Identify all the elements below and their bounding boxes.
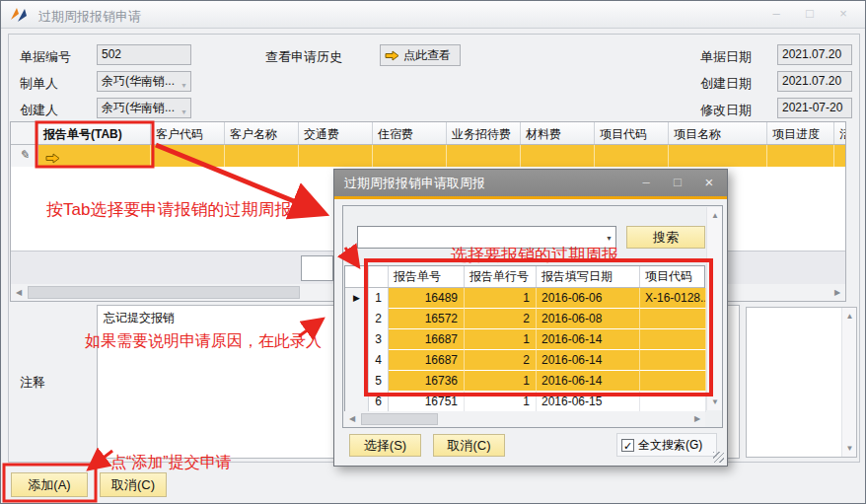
grid-column-header[interactable]: 客户名称: [225, 122, 299, 144]
scroll-right-icon[interactable]: ▶: [689, 411, 705, 427]
annotation-text-tab-hint: 按Tab选择要申请报销的过期周报: [46, 198, 291, 221]
grid-column-header[interactable]: 住宿费: [373, 122, 447, 144]
select-button[interactable]: 选择(S): [349, 434, 421, 457]
fulltext-checkbox[interactable]: ✓: [621, 439, 634, 452]
grid-column-header[interactable]: 业务招待费: [447, 122, 521, 144]
minimize-icon[interactable]: –: [764, 5, 788, 23]
fulltext-label: 全文搜索(G): [638, 437, 702, 454]
tab-arrow-icon: [45, 153, 60, 164]
grid-column-header[interactable]: 交通费: [299, 122, 373, 144]
maker-label: 制单人: [20, 75, 58, 93]
summary-input[interactable]: [301, 255, 333, 281]
grid-edit-row[interactable]: ✎: [11, 145, 845, 167]
main-window: 过期周报报销申请 – □ × 单据编号 502 制单人 余巧(华南销... ▼ …: [0, 0, 866, 504]
picker-grid-header: 报告单号 报告单行号 报告填写日期 项目代码: [345, 266, 704, 288]
grid-column-header[interactable]: 项目进度: [767, 122, 834, 144]
chevron-down-icon: ▼: [606, 235, 613, 242]
doc-number-field[interactable]: 502: [97, 44, 191, 65]
grid-row[interactable]: 6 16751 1 2016-06-15: [345, 392, 704, 412]
close-icon[interactable]: ×: [831, 5, 855, 23]
fulltext-search-option: ✓ 全文搜索(G): [616, 433, 717, 457]
search-button[interactable]: 搜索: [626, 226, 705, 249]
row-indicator-header: [11, 122, 38, 144]
view-history-button[interactable]: 点此查看: [380, 44, 461, 66]
annotation-text-select-hint: 选择要报销的过期周报: [451, 244, 618, 266]
modify-date-label: 修改日期: [700, 102, 752, 119]
scrollbar-thumb[interactable]: [28, 286, 300, 299]
scroll-up-icon[interactable]: ▲: [842, 308, 857, 324]
row-pointer-icon: ▶: [345, 288, 369, 309]
history-label: 查看申请历史: [265, 48, 342, 66]
dialog-cancel-button[interactable]: 取消(C): [433, 434, 505, 457]
scroll-down-icon[interactable]: ▼: [707, 394, 723, 410]
creator-dropdown[interactable]: 余巧(华南销... ▼: [97, 98, 191, 118]
add-button[interactable]: 添加(A): [11, 472, 88, 497]
pencil-icon: ✎: [19, 148, 29, 162]
grid-column-header[interactable]: 材料费: [521, 122, 595, 144]
scroll-right-icon[interactable]: ▶: [830, 284, 845, 301]
picker-column-header[interactable]: 报告单号: [389, 266, 465, 287]
grid-column-header[interactable]: 客户代码: [151, 122, 225, 144]
grid-row[interactable]: 2 16572 2 2016-06-08: [345, 309, 704, 329]
v-scrollbar[interactable]: ▲ ▼: [841, 308, 856, 457]
grid-row[interactable]: 5 16736 1 2016-06-14: [345, 371, 704, 392]
picker-column-header[interactable]: 项目代码: [640, 266, 706, 287]
checkmark-icon: ✓: [623, 440, 632, 452]
orange-arrow-icon: [385, 50, 399, 61]
doc-date-field[interactable]: 2021.07.20: [777, 44, 852, 65]
creator-label: 创建人: [20, 102, 58, 119]
maximize-icon[interactable]: □: [798, 5, 822, 23]
create-date-field[interactable]: 2021.07.20: [777, 71, 852, 92]
picker-column-header[interactable]: 报告单行号: [465, 266, 537, 287]
doc-date-label: 单据日期: [700, 48, 752, 66]
grid-column-header[interactable]: 项目名称: [669, 122, 767, 144]
annotation-text-add-hint: 点“添加”提交申请: [110, 453, 232, 473]
grid-row[interactable]: ▶ 1 16489 1 2016-06-06 X-16-0128...: [345, 288, 704, 309]
dialog-titlebar: 过期周报报销申请取周报 – □ ×: [334, 170, 727, 196]
picker-column-header[interactable]: 报告填写日期: [537, 266, 640, 287]
minimize-icon[interactable]: –: [636, 174, 656, 191]
chevron-down-icon: ▼: [180, 105, 187, 118]
picker-panel: ▼ 搜索 报告单号 报告单行号 报告填写日期 项目代码 ▶ 1 16489 1: [342, 205, 723, 428]
dialog-title: 过期周报报销申请取周报: [344, 175, 485, 192]
attachment-panel: ▲ ▼: [746, 307, 857, 458]
picker-grid: 报告单号 报告单行号 报告填写日期 项目代码 ▶ 1 16489 1 2016-…: [344, 265, 705, 411]
scrollbar-thumb[interactable]: [361, 413, 438, 425]
doc-number-label: 单据编号: [20, 48, 71, 66]
scroll-left-icon[interactable]: ◀: [344, 411, 360, 427]
cancel-button[interactable]: 取消(C): [100, 472, 167, 497]
modify-date-field[interactable]: 2021-07-20: [777, 98, 852, 118]
scroll-up-icon[interactable]: ▲: [707, 207, 723, 224]
report-no-tab-header[interactable]: 报告单号(TAB): [38, 122, 151, 144]
annotation-text-note-hint: 如果需要说明申请原因，在此录入: [85, 331, 322, 352]
accent-line: [334, 196, 727, 199]
picker-dialog: 过期周报报销申请取周报 – □ × ▼ 搜索 报告单号 报告单行号 报告填写日期: [333, 169, 728, 467]
h-scrollbar[interactable]: ◀ ▶: [344, 411, 705, 427]
chevron-down-icon: ▼: [180, 78, 187, 92]
note-label: 注释: [20, 374, 45, 392]
main-titlebar: 过期周报报销申请 – □ ×: [1, 1, 865, 29]
maximize-icon[interactable]: □: [668, 174, 687, 191]
scroll-down-icon[interactable]: ▼: [842, 440, 857, 457]
grid-row[interactable]: 4 16687 2 2016-06-14: [345, 350, 704, 371]
grid-row[interactable]: 3 16687 1 2016-06-14: [345, 329, 704, 350]
create-date-label: 创建日期: [700, 75, 752, 93]
app-logo-icon: [10, 7, 30, 23]
expense-grid-header: 报告单号(TAB) 客户代码 客户名称 交通费 住宿费 业务招待费 材料费 项目…: [11, 122, 845, 145]
maker-dropdown[interactable]: 余巧(华南销... ▼: [97, 71, 191, 92]
window-title: 过期周报报销申请: [38, 8, 141, 26]
report-no-cell[interactable]: [38, 145, 151, 167]
grid-column-header[interactable]: 活: [834, 122, 845, 144]
resize-grip-icon[interactable]: [713, 452, 724, 463]
grid-column-header[interactable]: 项目代码: [595, 122, 669, 144]
v-scrollbar[interactable]: ▲ ▼: [706, 207, 722, 410]
scroll-left-icon[interactable]: ◀: [11, 284, 27, 301]
row-indicator-cell: ✎: [11, 145, 38, 167]
close-icon[interactable]: ×: [699, 174, 719, 191]
